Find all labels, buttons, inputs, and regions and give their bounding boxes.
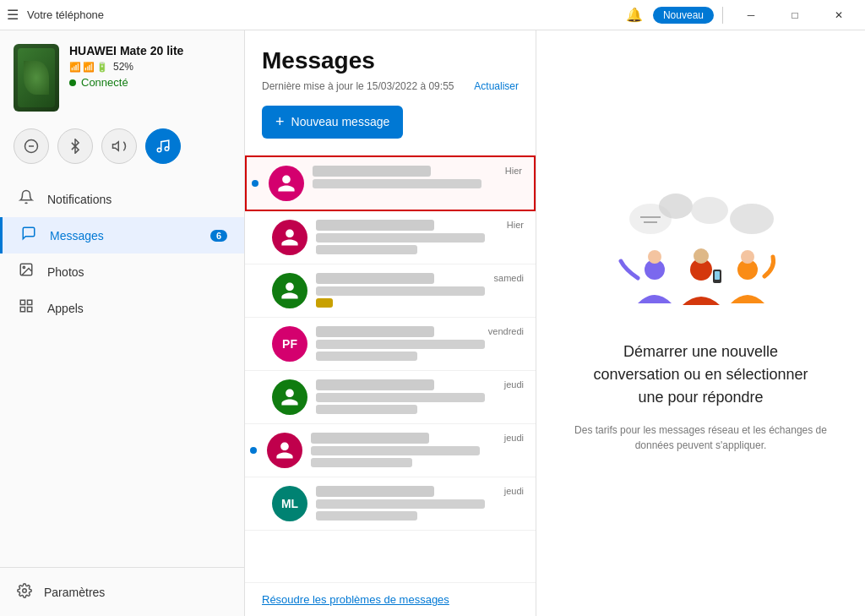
bell-icon[interactable]: 🔔: [621, 3, 648, 26]
message-top-row: Hier: [316, 220, 524, 231]
svg-rect-7: [20, 300, 24, 304]
appels-label: Appels: [47, 302, 84, 315]
app-title: Votre téléphone: [27, 8, 104, 21]
svg-point-15: [730, 204, 774, 234]
nav-items: Notifications Messages 6 Photos Appels: [0, 174, 244, 567]
message-preview: [316, 233, 485, 243]
volume-button[interactable]: [101, 128, 137, 164]
message-content: jeudi: [316, 486, 524, 521]
message-name: [316, 326, 434, 337]
svg-rect-9: [28, 308, 32, 312]
photos-label: Photos: [47, 265, 84, 279]
phone-image-inner: [18, 48, 55, 107]
notifications-icon: [17, 189, 35, 209]
message-preview2: [316, 511, 417, 521]
avatar: [272, 220, 307, 255]
sidebar-item-appels[interactable]: Appels: [0, 290, 244, 326]
message-name: [316, 379, 434, 390]
message-item[interactable]: Hier: [245, 155, 536, 211]
battery-icon: 🔋: [96, 62, 108, 73]
avatar: [267, 433, 302, 468]
svg-point-11: [23, 589, 27, 593]
message-content: samedi: [316, 273, 524, 308]
message-preview2: [316, 352, 417, 361]
svg-point-14: [691, 197, 728, 224]
svg-point-23: [741, 250, 754, 264]
connected-dot: [69, 79, 76, 86]
messages-header: Messages Dernière mise à jour le 15/03/2…: [245, 30, 536, 155]
message-item[interactable]: PF vendredi: [245, 318, 536, 371]
message-list: Hier Hier: [245, 155, 536, 582]
messages-badge: 6: [210, 230, 227, 242]
hamburger-icon[interactable]: ☰: [7, 7, 19, 23]
unread-indicator: [252, 180, 258, 187]
messages-label: Messages: [50, 229, 104, 243]
notifications-label: Notifications: [47, 193, 112, 206]
avatar: ML: [272, 486, 307, 521]
bars-icon: 📶: [83, 62, 95, 73]
sidebar-footer: Paramètres: [0, 567, 244, 616]
message-item[interactable]: samedi: [245, 264, 536, 318]
message-preview2: [316, 245, 417, 254]
illustration: [608, 194, 794, 320]
phone-info: HUAWEI Mate 20 lite 📶 📶 🔋 52% Connecté: [69, 44, 231, 89]
sidebar-item-photos[interactable]: Photos: [0, 253, 244, 290]
message-top-row: jeudi: [316, 486, 524, 497]
message-item[interactable]: ML jeudi: [245, 477, 536, 531]
avatar: PF: [272, 326, 307, 362]
message-top-row: samedi: [316, 273, 524, 284]
nouveau-message-button[interactable]: + Nouveau message: [262, 106, 403, 139]
appels-icon: [17, 298, 35, 318]
plus-icon: +: [275, 113, 285, 131]
message-preview: [316, 393, 485, 402]
message-preview2: [316, 405, 417, 414]
messages-title: Messages: [262, 47, 519, 74]
message-content: Hier: [316, 220, 524, 254]
message-content: jeudi: [311, 433, 524, 467]
action-buttons: [0, 122, 244, 174]
sidebar-item-notifications[interactable]: Notifications: [0, 181, 244, 217]
message-content: vendredi: [316, 326, 524, 361]
right-panel: Démarrer une nouvelle conversation ou en…: [536, 30, 865, 616]
message-name: [313, 166, 431, 177]
titlebar: ☰ Votre téléphone 🔔 Nouveau ─ □ ✕: [0, 0, 865, 30]
music-button[interactable]: [145, 128, 181, 164]
svg-point-3: [157, 148, 161, 152]
maximize-button[interactable]: □: [775, 0, 814, 30]
messages-update-text: Dernière mise à jour le 15/03/2022 à 09:…: [262, 79, 454, 94]
signal-icons: 📶 📶 🔋: [69, 62, 108, 73]
message-time: Hier: [507, 220, 524, 231]
message-item[interactable]: jeudi: [245, 371, 536, 424]
battery-text: 52%: [113, 61, 133, 73]
message-item[interactable]: jeudi: [245, 424, 536, 477]
sidebar-item-messages[interactable]: Messages 6: [0, 217, 244, 253]
message-preview: [316, 286, 485, 296]
message-preview: [316, 340, 485, 349]
message-preview: [311, 446, 480, 455]
message-item[interactable]: Hier: [245, 211, 536, 264]
wifi-icon: 📶: [69, 62, 81, 73]
message-preview: [316, 499, 485, 509]
close-button[interactable]: ✕: [819, 0, 858, 30]
right-panel-subtitle: Des tarifs pour les messages réseau et l…: [570, 422, 831, 453]
message-top-row: vendredi: [316, 326, 524, 337]
svg-marker-2: [113, 142, 119, 151]
svg-point-13: [659, 194, 693, 219]
phone-image: [14, 44, 59, 112]
message-name: [316, 273, 434, 284]
titlebar-right: 🔔 Nouveau ─ □ ✕: [621, 0, 858, 30]
settings-item[interactable]: Paramètres: [17, 578, 227, 606]
actualiser-link[interactable]: Actualiser: [474, 80, 519, 92]
nouveau-button[interactable]: Nouveau: [653, 7, 714, 24]
connected-row: Connecté: [69, 76, 231, 89]
message-time: vendredi: [488, 326, 524, 337]
message-top-row: jeudi: [316, 379, 524, 390]
minimize-button[interactable]: ─: [732, 0, 770, 30]
avatar: [272, 379, 307, 415]
minus-button[interactable]: [14, 128, 49, 164]
bluetooth-button[interactable]: [57, 128, 93, 164]
settings-label: Paramètres: [44, 586, 105, 599]
problems-link[interactable]: Résoudre les problèmes de messages: [245, 582, 536, 616]
phone-signal-row: 📶 📶 🔋 52%: [69, 61, 231, 73]
unread-indicator: [250, 447, 257, 454]
